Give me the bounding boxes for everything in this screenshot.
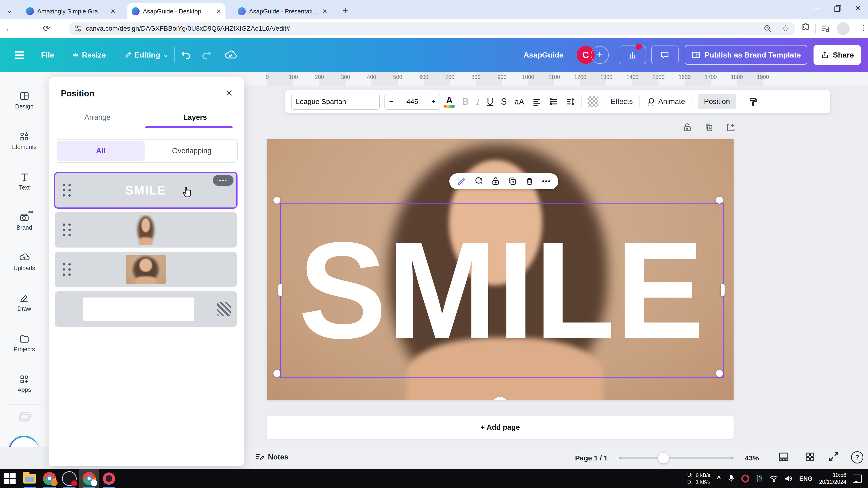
bold-button[interactable]: B	[462, 97, 469, 107]
browser-tab-1[interactable]: Amazingly Simple Graphic Desi ✕	[22, 3, 120, 19]
reload-icon[interactable]: ⟳	[43, 24, 50, 33]
font-size-decrease-button[interactable]: −	[389, 98, 394, 106]
profile-avatar[interactable]	[837, 22, 849, 35]
volume-icon[interactable]	[785, 475, 793, 482]
animate-button[interactable]: Animate	[647, 97, 685, 106]
font-family-select[interactable]: League Spartan	[291, 94, 380, 110]
zoom-page-icon[interactable]	[764, 25, 772, 33]
sidebar-item-elements[interactable]: Elements	[0, 123, 49, 158]
filter-overlapping[interactable]: Overlapping	[148, 141, 236, 161]
insights-button[interactable]	[619, 45, 646, 64]
zoom-slider[interactable]	[620, 457, 733, 459]
drag-handle-icon[interactable]	[63, 224, 71, 236]
presentation-view-icon[interactable]	[778, 451, 789, 462]
add-member-button[interactable]: +	[591, 46, 609, 64]
new-tab-button[interactable]: +	[342, 5, 348, 16]
sidebar-item-draw[interactable]: Draw	[0, 285, 49, 320]
selection-handle-bottom-left[interactable]	[273, 370, 280, 377]
layer-more-menu[interactable]: •••	[213, 175, 234, 186]
taskbar-file-explorer[interactable]	[20, 469, 40, 488]
language-indicator[interactable]: ENG	[799, 475, 813, 482]
sidebar-item-brand[interactable]: Brand	[0, 204, 49, 239]
comments-button[interactable]	[651, 45, 679, 64]
sidebar-item-uploads[interactable]: Uploads	[0, 244, 49, 280]
add-page-button[interactable]: + Add page	[267, 416, 734, 439]
transparency-button[interactable]	[588, 96, 598, 107]
publish-brand-template-button[interactable]: Publish as Brand Template	[685, 45, 807, 65]
taskbar-chrome-1[interactable]	[40, 469, 59, 488]
tab-arrange[interactable]: Arrange	[49, 113, 146, 122]
selection-handle-top-right[interactable]	[716, 197, 723, 204]
microphone-icon[interactable]	[728, 475, 735, 483]
window-minimize-button[interactable]: —	[813, 4, 820, 12]
sidebar-item-design[interactable]: Design	[0, 83, 49, 118]
selection-box[interactable]	[280, 203, 724, 378]
duplicate-page-icon[interactable]	[704, 123, 714, 132]
file-menu-button[interactable]: File	[41, 51, 54, 59]
effects-button[interactable]: Effects	[611, 97, 633, 106]
selection-handle-left[interactable]	[278, 284, 282, 296]
help-button[interactable]: ?	[851, 451, 863, 463]
resize-button[interactable]: Resize	[72, 51, 106, 59]
clock-widget[interactable]: 10:56 20/12/2024	[819, 472, 846, 485]
taskbar-recorder[interactable]	[99, 469, 119, 488]
grid-view-icon[interactable]	[804, 451, 815, 462]
layer-item-image-cutout[interactable]	[55, 212, 237, 248]
tray-expand-chevron[interactable]: ^	[717, 475, 721, 483]
extensions-icon[interactable]	[801, 23, 811, 33]
sidebar-item-text[interactable]: Text	[0, 164, 49, 199]
app-tray-icon[interactable]	[756, 475, 763, 483]
tab-close-icon[interactable]: ✕	[216, 8, 221, 15]
strikethrough-button[interactable]: S	[501, 97, 507, 107]
text-color-button[interactable]: A	[444, 96, 455, 108]
filter-all[interactable]: All	[57, 141, 145, 161]
lock-icon[interactable]	[491, 176, 500, 186]
obs-tray-icon[interactable]	[741, 475, 749, 483]
layer-item-background[interactable]	[55, 291, 237, 327]
delete-icon[interactable]	[525, 176, 534, 186]
redo-button[interactable]	[201, 50, 212, 60]
browser-tab-2-active[interactable]: AsapGuide - Desktop Wallpape ✕	[127, 3, 225, 19]
comment-add-icon[interactable]	[474, 176, 483, 186]
design-canvas[interactable]: SMILE ••• ⟳	[267, 139, 734, 400]
taskbar-obs[interactable]	[59, 469, 79, 488]
browser-menu-icon[interactable]: ⋮	[860, 24, 867, 32]
zoom-value[interactable]: 43%	[745, 454, 759, 462]
add-page-icon[interactable]	[726, 123, 736, 132]
browser-tab-3[interactable]: AsapGuide - Presentation ✕	[234, 3, 332, 19]
selection-handle-right[interactable]	[721, 284, 724, 296]
more-options-icon[interactable]: •••	[542, 177, 551, 185]
duplicate-icon[interactable]	[508, 176, 517, 186]
tab-close-icon[interactable]: ✕	[322, 8, 328, 15]
panel-close-icon[interactable]: ✕	[225, 88, 233, 99]
back-icon[interactable]: ←	[5, 24, 14, 33]
undo-button[interactable]	[181, 50, 191, 60]
media-playlist-icon[interactable]	[820, 24, 830, 33]
font-size-increase-button[interactable]: +	[431, 98, 435, 106]
share-button[interactable]: Share	[813, 45, 861, 65]
layer-item-image-photo[interactable]	[55, 252, 237, 287]
taskbar-chrome-2-active[interactable]	[79, 469, 99, 488]
design-title[interactable]: AsapGuide	[524, 51, 563, 59]
lock-page-icon[interactable]	[682, 123, 692, 132]
italic-button[interactable]: I	[476, 96, 479, 107]
notes-button[interactable]: Notes	[255, 453, 288, 462]
window-maximize-button[interactable]	[834, 5, 841, 12]
site-info-icon[interactable]	[74, 25, 82, 33]
position-button[interactable]: Position	[698, 94, 736, 109]
editing-mode-button[interactable]: Editing ⌄	[125, 51, 168, 59]
drag-handle-icon[interactable]	[63, 263, 71, 276]
magic-edit-icon[interactable]	[457, 176, 466, 186]
font-size-value[interactable]: 445	[406, 98, 418, 106]
window-close-button[interactable]: ✕	[855, 4, 861, 12]
address-bar[interactable]: canva.com/design/DAGXFBBoiYg/0U8xD9Q6AHZ…	[69, 22, 795, 35]
tab-search-chevron-icon[interactable]: ⌄	[7, 7, 12, 14]
tab-close-icon[interactable]: ✕	[111, 8, 116, 15]
wifi-icon[interactable]	[770, 475, 778, 482]
sidebar-item-apps[interactable]: Apps	[0, 366, 49, 401]
list-button[interactable]	[549, 97, 558, 106]
underline-button[interactable]: U	[487, 97, 493, 107]
menu-hamburger-icon[interactable]	[14, 50, 24, 61]
alignment-button[interactable]	[532, 97, 541, 106]
spacing-button[interactable]	[566, 97, 575, 106]
